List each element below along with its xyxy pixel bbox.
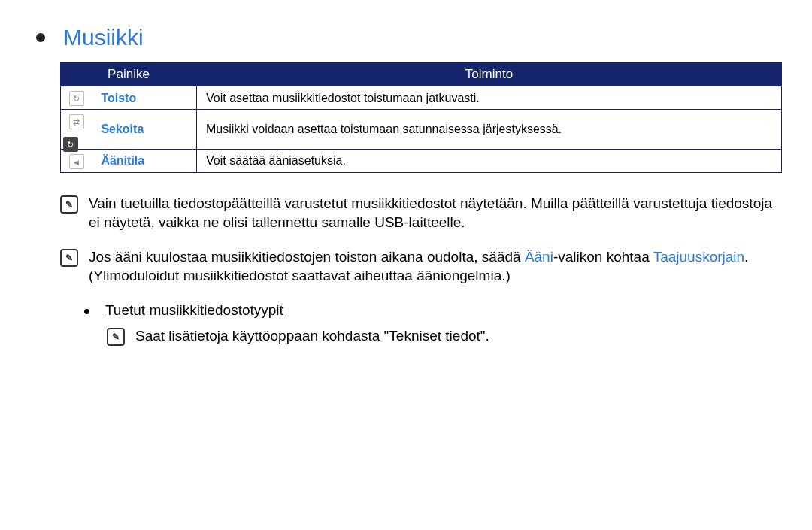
link-aani: Ääni xyxy=(525,249,553,265)
table-row: Toisto Voit asettaa musiikkitiedostot to… xyxy=(61,86,782,110)
section-heading: Musiikki xyxy=(30,23,782,53)
table-row: Äänitila Voit säätää ääniasetuksia. xyxy=(61,149,782,172)
subsection: Tuetut musiikkitiedostotyypit Saat lisät… xyxy=(84,301,782,346)
table-row: Sekoita Musiikki voidaan asettaa toistum… xyxy=(61,110,782,150)
row-desc: Musiikki voidaan asettaa toistumaan satu… xyxy=(197,110,782,150)
row-label: Äänitila xyxy=(101,154,144,167)
note-1-text: Vain tuetuilla tiedostopäätteillä varust… xyxy=(89,194,782,232)
row-label: Toisto xyxy=(101,92,136,104)
table-header-button: Painike xyxy=(61,62,197,86)
heading-bullet-icon xyxy=(36,33,45,42)
functions-table: Painike Toiminto Toisto Voit asettaa mus… xyxy=(60,62,782,173)
subsection-bullet-icon xyxy=(84,309,89,314)
subnote: Saat lisätietoja käyttöoppaan kohdasta "… xyxy=(107,326,782,346)
link-taajuuskorjain: Taajuuskorjain xyxy=(653,249,744,265)
shuffle-alt-icon xyxy=(63,137,78,152)
shuffle-icon xyxy=(69,114,84,129)
subsection-title: Tuetut musiikkitiedostotyypit xyxy=(105,302,283,318)
subsection-heading: Tuetut musiikkitiedostotyypit xyxy=(84,301,782,320)
note-2: Jos ääni kuulostaa musiikkitiedostojen t… xyxy=(60,247,782,286)
sound-icon xyxy=(69,154,84,169)
table-header-function: Toiminto xyxy=(197,62,782,86)
note-1: Vain tuetuilla tiedostopäätteillä varust… xyxy=(60,194,782,232)
note-icon xyxy=(60,195,78,214)
row-desc: Voit säätää ääniasetuksia. xyxy=(197,149,782,172)
note-icon xyxy=(60,249,78,267)
row-label: Sekoita xyxy=(101,123,144,135)
subnote-text: Saat lisätietoja käyttöoppaan kohdasta "… xyxy=(135,326,489,346)
row-desc: Voit asettaa musiikkitiedostot toistumaa… xyxy=(197,86,782,110)
note-icon xyxy=(107,328,125,346)
note-2-text: Jos ääni kuulostaa musiikkitiedostojen t… xyxy=(89,247,782,286)
repeat-icon xyxy=(69,91,84,106)
heading-text: Musiikki xyxy=(63,23,144,53)
